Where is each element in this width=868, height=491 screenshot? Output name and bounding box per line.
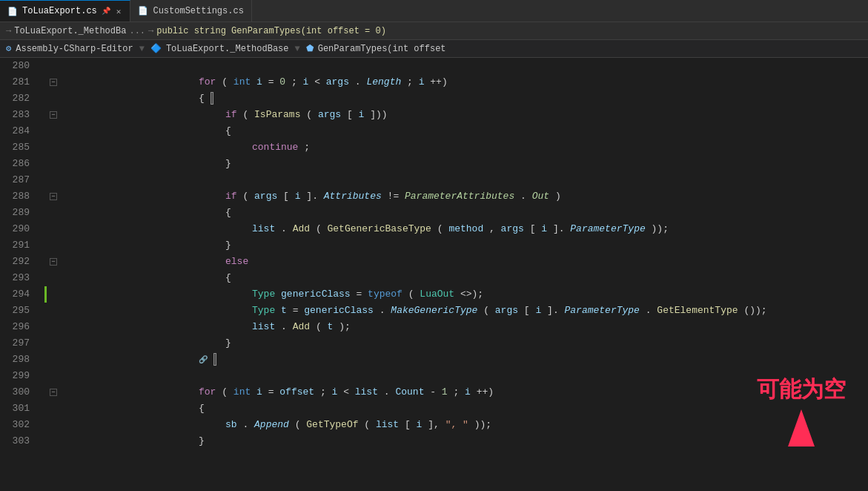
line-302: 302 <box>0 417 36 433</box>
code-line-298: 🔗 <box>65 352 868 368</box>
namespace-label: Assembly-CSharp-Editor <box>16 44 133 54</box>
line-284: 284 <box>0 123 36 139</box>
code-line-294: Type genericClass = typeof ( LuaOut <>); <box>65 286 868 303</box>
code-line-295: Type t = genericClass . MakeGenericType … <box>65 303 868 319</box>
line-294: 294 <box>0 286 36 303</box>
line-303: 303 <box>0 433 36 449</box>
breadcrumb-method[interactable]: public string GenParamTypes(int offset =… <box>156 26 386 36</box>
gutter-293 <box>44 270 62 286</box>
gutter-303 <box>44 433 62 449</box>
line-288: 288 <box>0 188 36 205</box>
code-line-287 <box>65 172 868 188</box>
tab-tolua[interactable]: 📄 ToLuaExport.cs 📌 ✕ <box>0 0 130 22</box>
line-283: 283 <box>0 107 36 123</box>
breadcrumb-dots: ... <box>129 26 145 36</box>
line-296: 296 <box>0 319 36 335</box>
code-line-296: list . Add ( t ); <box>65 319 868 335</box>
gutter-297 <box>44 335 62 352</box>
line-281: 281 <box>0 74 36 90</box>
gutter-281[interactable]: − <box>44 74 62 90</box>
code-line-301: { <box>65 401 868 417</box>
code-line-281: for ( int i = 0 ; i < args . Length ; i … <box>65 74 868 90</box>
breadcrumb-top: → ToLuaExport._MethodBa ... → public str… <box>0 22 868 40</box>
code-line-280 <box>65 58 868 74</box>
line-298: 298 <box>0 352 36 368</box>
gutter-298 <box>44 352 62 368</box>
code-line-302: sb . Append ( GetTypeOf ( list [ i ], ",… <box>65 417 868 433</box>
gutter-282 <box>44 90 62 107</box>
gutter-286 <box>44 156 62 172</box>
code-container: 280 281 282 283 284 285 286 287 288 289 … <box>0 58 868 491</box>
cursor-282 <box>211 93 213 104</box>
gutter-292[interactable]: − <box>44 254 62 270</box>
gutter-290 <box>44 221 62 237</box>
gutter-291 <box>44 237 62 254</box>
gutter-296 <box>44 319 62 335</box>
arrow-container <box>788 409 815 446</box>
line-numbers: 280 281 282 283 284 285 286 287 288 289 … <box>0 58 44 491</box>
gutter-283[interactable]: − <box>44 107 62 123</box>
info-bar: ⚙ Assembly-CSharp-Editor ▼ 🔷 ToLuaExport… <box>0 40 868 58</box>
arrow-up-icon <box>788 409 815 446</box>
assembly-icon: ⚙ <box>6 43 11 54</box>
gutter-294 <box>44 286 62 303</box>
gutter-295 <box>44 303 62 319</box>
gutter-288[interactable]: − <box>44 188 62 205</box>
gutter-299 <box>44 368 62 384</box>
class-label: ToLuaExport._MethodBase <box>166 44 289 54</box>
line-295: 295 <box>0 303 36 319</box>
code-line-299 <box>65 368 868 384</box>
code-line-300: for ( int i = offset ; i < list . Count … <box>65 384 868 401</box>
tab-icon-tolua: 📄 <box>7 7 18 16</box>
code-line-297: } <box>65 335 868 352</box>
gutter-284 <box>44 123 62 139</box>
cursor-298 <box>214 354 216 365</box>
class-icon: 🔷 <box>150 43 162 54</box>
gutter-280 <box>44 58 62 74</box>
code-line-303: } <box>65 433 868 449</box>
code-line-284: { <box>65 123 868 139</box>
collapse-281[interactable]: − <box>50 79 57 86</box>
code-line-290: list . Add ( GetGenericBaseType ( method… <box>65 221 868 237</box>
annotation-text: 可能为空 <box>757 375 846 405</box>
gutter-302 <box>44 417 62 433</box>
method-label: GenParamTypes(int offset <box>318 44 446 54</box>
code-line-289: { <box>65 205 868 221</box>
collapse-283[interactable]: − <box>50 111 57 119</box>
tab-close-tolua[interactable]: ✕ <box>115 6 123 17</box>
code-line-291: } <box>65 237 868 254</box>
code-editor[interactable]: for ( int i = 0 ; i < args . Length ; i … <box>62 58 868 491</box>
line-286: 286 <box>0 156 36 172</box>
gutter-300[interactable]: − <box>44 384 62 401</box>
line-280: 280 <box>0 58 36 74</box>
gutter-289 <box>44 205 62 221</box>
breadcrumb-arrow-1: → <box>6 26 11 36</box>
code-line-292: else <box>65 254 868 270</box>
code-line-285: continue ; <box>65 139 868 156</box>
collapse-300[interactable]: − <box>50 389 57 396</box>
code-line-286: } <box>65 156 868 172</box>
code-line-288: if ( args [ i ]. Attributes != Parameter… <box>65 188 868 205</box>
gutter-287 <box>44 172 62 188</box>
info-bar-left: ⚙ Assembly-CSharp-Editor ▼ 🔷 ToLuaExport… <box>6 43 446 54</box>
line-300: 300 <box>0 384 36 401</box>
line-287: 287 <box>0 172 36 188</box>
collapse-292[interactable]: − <box>50 258 57 266</box>
breadcrumb-arrow-2: → <box>148 26 153 36</box>
line-292: 292 <box>0 254 36 270</box>
tab-customsettings[interactable]: 📄 CustomSettings.cs <box>130 0 251 22</box>
line-290: 290 <box>0 221 36 237</box>
breadcrumb-file[interactable]: ToLuaExport._MethodBa <box>14 26 126 36</box>
gutter-285 <box>44 139 62 156</box>
annotation-container: 可能为空 <box>757 375 846 446</box>
tab-pin[interactable]: 📌 <box>102 7 110 16</box>
tab-label-tolua: ToLuaExport.cs <box>22 6 97 16</box>
tab-bar: 📄 ToLuaExport.cs 📌 ✕ 📄 CustomSettings.cs <box>0 0 868 22</box>
gutter-301 <box>44 401 62 417</box>
line-297: 297 <box>0 335 36 352</box>
line-301: 301 <box>0 401 36 417</box>
code-line-282: { <box>65 90 868 107</box>
gutter: − − − − − <box>44 58 62 491</box>
line-285: 285 <box>0 139 36 156</box>
collapse-288[interactable]: − <box>50 193 57 200</box>
